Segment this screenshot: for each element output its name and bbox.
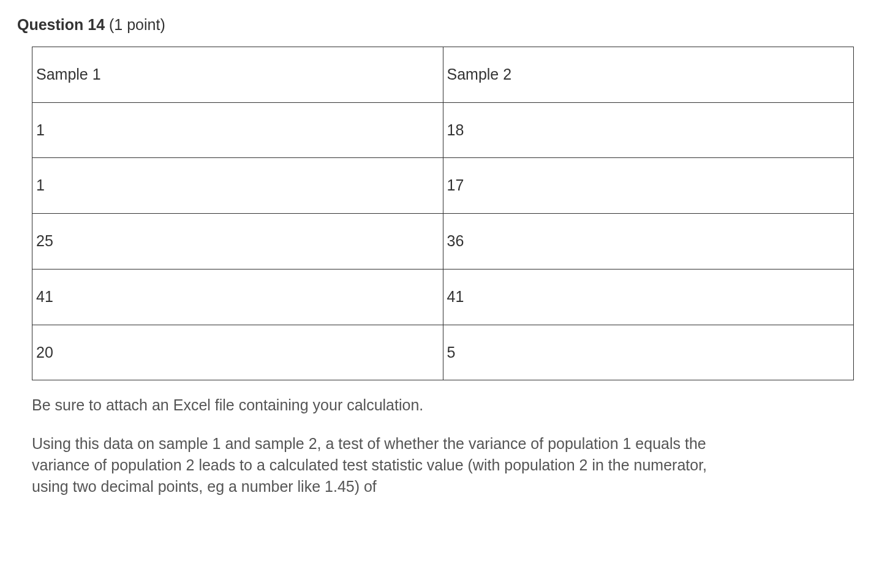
table-header-cell: Sample 1 xyxy=(32,47,443,102)
table-cell: 36 xyxy=(443,214,854,270)
question-prompt: Using this data on sample 1 and sample 2… xyxy=(32,433,718,497)
table-cell: 25 xyxy=(32,214,443,270)
data-table: Sample 1 Sample 2 1 18 1 17 25 36 41 41 … xyxy=(32,47,854,381)
table-cell: 20 xyxy=(32,325,443,380)
question-content: Sample 1 Sample 2 1 18 1 17 25 36 41 41 … xyxy=(17,47,854,497)
question-header: Question 14 (1 point) xyxy=(17,15,854,36)
table-cell: 41 xyxy=(443,269,854,325)
table-row: 41 41 xyxy=(32,269,854,325)
table-cell: 1 xyxy=(32,102,443,158)
table-cell: 17 xyxy=(443,158,854,214)
table-cell: 41 xyxy=(32,269,443,325)
table-cell: 18 xyxy=(443,102,854,158)
table-header-cell: Sample 2 xyxy=(443,47,854,102)
table-row: 25 36 xyxy=(32,214,854,270)
table-cell: 1 xyxy=(32,158,443,214)
question-points: (1 point) xyxy=(105,16,165,33)
table-row: 20 5 xyxy=(32,325,854,380)
table-row: 1 17 xyxy=(32,158,854,214)
table-header-row: Sample 1 Sample 2 xyxy=(32,47,854,102)
question-number: Question 14 xyxy=(17,16,105,33)
table-cell: 5 xyxy=(443,325,854,380)
instruction-text: Be sure to attach an Excel file containi… xyxy=(32,395,854,416)
table-row: 1 18 xyxy=(32,102,854,158)
